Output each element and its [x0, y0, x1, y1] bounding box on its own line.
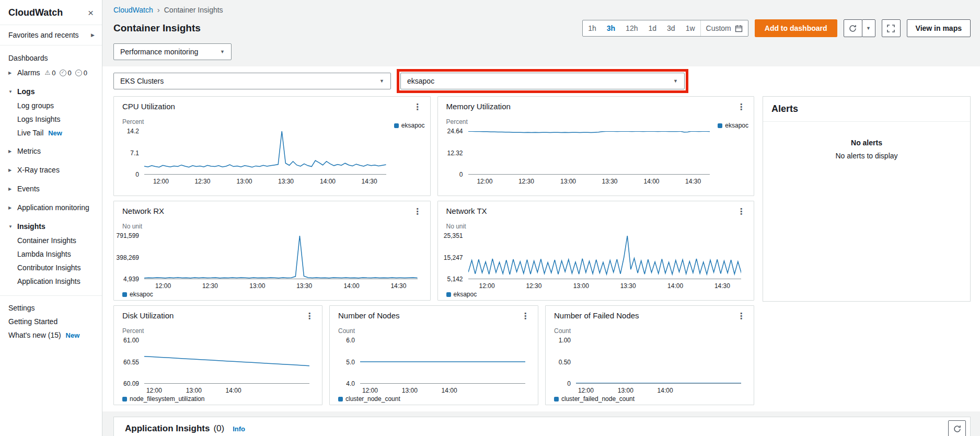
- live-tail-label: Live Tail: [17, 129, 43, 137]
- sidebar-item-application-monitoring[interactable]: ▶ Application monitoring: [0, 200, 102, 215]
- x-tick-label: 12:30: [526, 282, 541, 290]
- sidebar-item-metrics[interactable]: ▶ Metrics: [0, 144, 102, 158]
- time-range-1h[interactable]: 1h: [583, 20, 602, 36]
- insufficient-circle-icon: −: [75, 70, 82, 76]
- sidebar-item-insights[interactable]: ▼ Insights: [0, 219, 102, 234]
- chart-title: Network RX: [122, 206, 164, 215]
- x-axis-labels: 12:0013:0014:00: [576, 387, 741, 395]
- application-insights-refresh-button[interactable]: [948, 420, 966, 436]
- sidebar-item-xray-traces[interactable]: ▶ X-Ray traces: [0, 163, 102, 177]
- y-tick-label: 12.32: [447, 150, 463, 157]
- close-icon[interactable]: ×: [88, 8, 94, 18]
- chart-title: CPU Utilization: [122, 102, 175, 111]
- y-tick-label: 5.0: [346, 359, 355, 366]
- expand-right-icon: ▶: [8, 168, 14, 173]
- sidebar-divider: [0, 295, 102, 296]
- breadcrumb-separator-icon: ›: [157, 5, 160, 14]
- kebab-menu-icon[interactable]: ⋮: [733, 206, 750, 216]
- sidebar-item-alarms[interactable]: ▶ Alarms ⚠ 0 ✓ 0 − 0: [0, 65, 102, 80]
- kebab-menu-icon[interactable]: ⋮: [517, 311, 534, 321]
- app-title: CloudWatch: [8, 7, 63, 18]
- sidebar-item-getting-started[interactable]: Getting Started: [0, 315, 102, 328]
- view-in-maps-button[interactable]: View in maps: [907, 19, 971, 37]
- legend-marker: [394, 123, 399, 128]
- legend-marker: [338, 397, 343, 401]
- kebab-menu-icon[interactable]: ⋮: [409, 102, 426, 112]
- info-link[interactable]: Info: [233, 425, 245, 433]
- legend-marker: [122, 397, 127, 401]
- monitoring-panel: EKS Clusters ▼ eksapoc ▼ CPU Utilization…: [102, 66, 980, 411]
- sidebar-item-logs[interactable]: ▼ Logs: [0, 84, 102, 99]
- chart-card-cpu-utilization: CPU Utilization⋮ Percent 14.27.10 12:001…: [113, 96, 431, 196]
- time-range-1w[interactable]: 1w: [681, 20, 700, 36]
- favorites-label: Favorites and recents: [8, 31, 79, 39]
- time-range-custom[interactable]: Custom: [700, 20, 748, 36]
- sidebar-item-whats-new[interactable]: What's new (15) New: [0, 328, 102, 342]
- x-tick-label: 12:00: [578, 387, 594, 394]
- kebab-menu-icon[interactable]: ⋮: [409, 206, 426, 216]
- sidebar-item-logs-insights[interactable]: Logs Insights: [0, 112, 102, 126]
- insights-label: Insights: [17, 222, 45, 231]
- x-tick-label: 14:00: [344, 282, 360, 290]
- legend-label: node_filesystem_utilization: [130, 395, 204, 403]
- sidebar-item-contributor-insights[interactable]: Contributor Insights: [0, 261, 102, 274]
- x-tick-label: 12:00: [155, 282, 171, 290]
- chevron-right-icon: ▶: [91, 32, 95, 38]
- add-to-dashboard-button[interactable]: Add to dashboard: [755, 19, 837, 37]
- expand-right-icon: ▶: [8, 149, 14, 154]
- x-axis-labels: 12:0012:3013:0013:3014:0014:30: [468, 282, 742, 291]
- fullscreen-button[interactable]: [882, 19, 901, 37]
- chart-unit-label: Percent: [122, 327, 144, 335]
- chart-plot-area: [144, 236, 418, 279]
- chart-line: [144, 236, 418, 278]
- sidebar-item-application-insights[interactable]: Application Insights: [0, 274, 102, 288]
- x-tick-label: 13:30: [278, 178, 294, 185]
- sidebar-item-lambda-insights[interactable]: Lambda Insights: [0, 247, 102, 261]
- y-tick-label: 4.0: [346, 380, 355, 387]
- chart-title: Number of Failed Nodes: [554, 311, 639, 320]
- main-content: CloudWatch › Container Insights Containe…: [102, 0, 980, 436]
- x-tick-label: 13:00: [249, 282, 265, 290]
- y-tick-label: 791,599: [117, 232, 139, 239]
- refresh-button[interactable]: [844, 19, 862, 37]
- refresh-control: ▼: [844, 19, 875, 37]
- time-range-12h[interactable]: 12h: [620, 20, 643, 36]
- sidebar-item-dashboards[interactable]: Dashboards: [0, 51, 102, 65]
- refresh-options-button[interactable]: ▼: [862, 19, 875, 37]
- x-tick-label: 14:30: [362, 178, 377, 185]
- breadcrumb-cloudwatch-link[interactable]: CloudWatch: [113, 6, 153, 14]
- sidebar-item-live-tail[interactable]: Live Tail New: [0, 126, 102, 140]
- y-tick-label: 60.09: [123, 380, 139, 387]
- chevron-down-icon: ▼: [220, 49, 225, 54]
- fullscreen-icon: [887, 25, 895, 32]
- metrics-label: Metrics: [17, 147, 41, 155]
- cluster-dropdown[interactable]: eksapoc ▼: [400, 73, 685, 89]
- sidebar-item-container-insights[interactable]: Container Insights: [0, 234, 102, 247]
- time-range-3h[interactable]: 3h: [602, 20, 620, 36]
- refresh-icon: [953, 425, 961, 433]
- y-tick-label: 4,939: [123, 276, 139, 283]
- chart-card-number-of-failed-nodes: Number of Failed Nodes⋮ Count 1.000.500 …: [545, 305, 754, 405]
- time-range-1d[interactable]: 1d: [643, 20, 662, 36]
- view-dropdown[interactable]: Performance monitoring ▼: [113, 43, 232, 60]
- kebab-menu-icon[interactable]: ⋮: [301, 311, 318, 321]
- expand-down-icon: ▼: [8, 89, 14, 94]
- x-tick-label: 13:00: [618, 387, 633, 394]
- chart-legend: eksapoc: [122, 291, 153, 298]
- sidebar-item-events[interactable]: ▶ Events: [0, 181, 102, 196]
- kebab-menu-icon[interactable]: ⋮: [733, 102, 750, 112]
- chart-card-number-of-nodes: Number of Nodes⋮ Count 6.05.04.0 12:0013…: [329, 305, 538, 405]
- x-tick-label: 12:00: [153, 178, 169, 185]
- kebab-menu-icon[interactable]: ⋮: [733, 311, 750, 321]
- time-range-3d[interactable]: 3d: [662, 20, 681, 36]
- sidebar-item-settings[interactable]: Settings: [0, 301, 102, 315]
- alarm-warning-count: 0: [52, 69, 55, 77]
- alarm-ok-count: 0: [68, 69, 72, 77]
- x-tick-label: 12:30: [194, 178, 210, 185]
- cluster-type-dropdown[interactable]: EKS Clusters ▼: [113, 73, 391, 89]
- calendar-icon: [735, 25, 743, 32]
- sidebar-item-log-groups[interactable]: Log groups: [0, 99, 102, 112]
- x-tick-label: 12:00: [479, 282, 495, 290]
- sidebar-nav: Dashboards ▶ Alarms ⚠ 0 ✓ 0 − 0 ▼ Logs L…: [0, 45, 102, 342]
- sidebar-item-favorites[interactable]: Favorites and recents ▶: [0, 25, 102, 45]
